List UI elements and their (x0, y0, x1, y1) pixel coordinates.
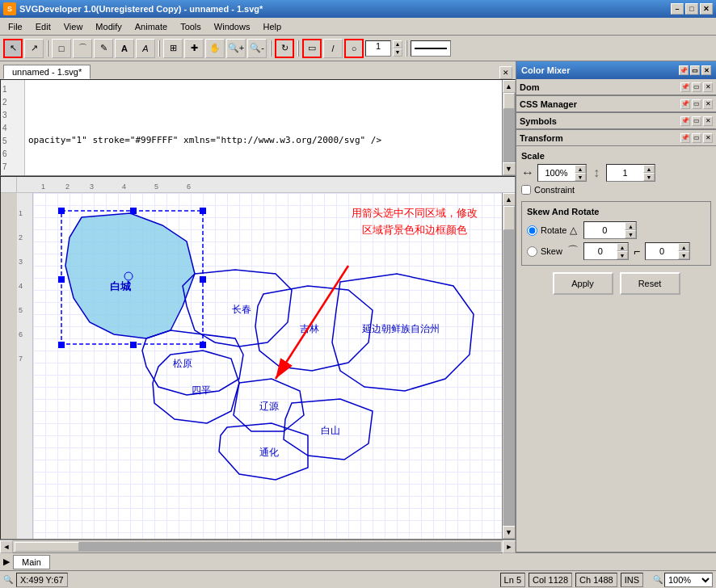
menu-modify[interactable]: Modify (89, 20, 128, 33)
ellipse-button[interactable]: ○ (344, 39, 364, 58)
dom-float-button[interactable]: ▭ (692, 82, 701, 92)
canvas-vscroll[interactable]: ▲ ▼ (502, 193, 515, 539)
rotate-up[interactable]: ▲ (625, 222, 636, 230)
menu-tools[interactable]: Tools (174, 20, 208, 33)
hscroll-left[interactable]: ◄ (0, 540, 13, 553)
col-segment: Col 1128 (529, 573, 572, 587)
menu-animate[interactable]: Animate (128, 20, 174, 33)
symbols-pin-button[interactable]: 📌 (680, 116, 690, 126)
document-tab[interactable]: unnamed - 1.svg* (3, 65, 91, 79)
css-float-button[interactable]: ▭ (692, 99, 701, 109)
zoom-out-button[interactable]: 🔍- (247, 39, 267, 58)
skew-x-input[interactable] (584, 243, 617, 259)
maximize-button[interactable]: □ (685, 3, 698, 15)
skew-row: Skew ⌒ ▲ ▼ ⌐ ▲ (527, 242, 705, 260)
rotate-radio[interactable] (527, 225, 537, 236)
reset-button[interactable]: Reset (620, 272, 680, 295)
rotate-button[interactable]: ↻ (275, 39, 294, 58)
rectangle-tool-button[interactable]: □ (52, 39, 71, 58)
canvas-scroll-down[interactable]: ▼ (503, 526, 516, 539)
toolbar-sep-5 (406, 40, 407, 57)
main-tab[interactable]: Main (13, 555, 50, 569)
skew-x-up[interactable]: ▲ (617, 243, 628, 251)
zoom-number-input[interactable]: 1 (365, 40, 391, 57)
css-close-button[interactable]: ✕ (703, 99, 713, 109)
rotate-down[interactable]: ▼ (625, 230, 636, 238)
panel-float-button[interactable]: ▭ (690, 65, 700, 75)
text-italic-button[interactable]: A (136, 39, 155, 58)
skew-y-spinbox: ▲ ▼ (645, 242, 690, 260)
symbols-float-button[interactable]: ▭ (692, 116, 701, 126)
select-tool-button[interactable]: ↖ (3, 39, 23, 58)
skew-icon2: ⌐ (634, 245, 640, 258)
menu-view[interactable]: View (57, 20, 90, 33)
constraint-label: Constraint (534, 185, 575, 195)
rotate-row: Rotate △ ▲ ▼ (527, 221, 705, 239)
apply-button[interactable]: Apply (553, 272, 613, 295)
editor-scroll-down[interactable]: ▼ (503, 162, 516, 175)
text-tool-button[interactable]: A (115, 39, 134, 58)
scale-x-up[interactable]: ▲ (575, 165, 586, 173)
scale-y-up[interactable]: ▲ (643, 165, 655, 173)
tab-close-button[interactable]: ✕ (499, 66, 512, 79)
scale-x-down[interactable]: ▼ (575, 173, 586, 181)
pen-tool-button[interactable]: ✎ (94, 39, 113, 58)
zoom-in-button[interactable]: 🔍+ (226, 39, 246, 58)
svg-text:四平: 四平 (192, 384, 211, 396)
canvas-hscroll[interactable]: ◄ ► (0, 540, 516, 552)
panel-pin-button[interactable]: 📌 (679, 65, 689, 75)
code-content[interactable]: opacity="1" stroke="#99FFFF" xmlns="http… (25, 80, 502, 175)
skew-rotate-box: Skew And Rotate Rotate △ ▲ ▼ (521, 201, 711, 266)
status-bar: 🔍 X:499 Y:67 Ln 5 Col 1128 Ch 1488 INS 🔍… (0, 570, 716, 588)
editor-scroll-up[interactable]: ▲ (503, 80, 516, 93)
skew-radio[interactable] (527, 246, 537, 257)
scale-h-icon: ↔ (521, 166, 534, 180)
rect2-button[interactable]: ▭ (302, 39, 322, 58)
css-pin-button[interactable]: 📌 (680, 99, 690, 109)
status-icon: 🔍 (3, 575, 13, 584)
dom-pin-button[interactable]: 📌 (680, 82, 690, 92)
hand-button[interactable]: ✋ (205, 39, 225, 58)
menu-windows[interactable]: Windows (208, 20, 257, 33)
coords-text: X:499 Y:67 (20, 575, 64, 585)
dom-close-button[interactable]: ✕ (703, 82, 713, 92)
rotate-input[interactable] (584, 222, 625, 238)
menu-file[interactable]: File (2, 20, 29, 33)
toolbar-sep-4 (297, 40, 299, 57)
scale-y-down[interactable]: ▼ (643, 173, 655, 181)
line-style-selector[interactable] (411, 40, 451, 57)
zoom-down-button[interactable]: ▼ (393, 48, 402, 57)
skew-y-input[interactable] (646, 243, 678, 259)
skew-y-down[interactable]: ▼ (678, 251, 689, 259)
hscroll-right[interactable]: ► (503, 540, 516, 553)
code-editor[interactable]: 1 2 3 4 5 6 7 opacity="1" stroke="#99FFF… (0, 79, 516, 176)
minimize-button[interactable]: – (671, 3, 684, 15)
zoom-select[interactable]: 100% 25% 50% 75% 150% 200% (664, 573, 713, 587)
toolbar-sep-1 (47, 40, 48, 57)
menu-edit[interactable]: Edit (29, 20, 57, 33)
skew-x-down[interactable]: ▼ (617, 251, 628, 259)
transform-float-button[interactable]: ▭ (692, 133, 701, 143)
bezier-tool-button[interactable]: ⌒ (73, 39, 92, 58)
canvas-scroll-area[interactable]: 白城 松原 长春 四平 吉林 延边朝鲜族自治州 辽源 白山 通化 (33, 193, 502, 539)
pick-button[interactable]: ✚ (184, 39, 204, 58)
constraint-checkbox[interactable] (521, 185, 531, 195)
scale-x-input[interactable] (538, 165, 575, 181)
select2-button[interactable]: ⊞ (163, 39, 183, 58)
line-button[interactable]: / (323, 39, 343, 58)
scale-y-input[interactable] (607, 165, 643, 181)
skew-y-up[interactable]: ▲ (678, 243, 689, 251)
transform-pin-button[interactable]: 📌 (680, 133, 690, 143)
menu-help[interactable]: Help (256, 20, 288, 33)
close-button[interactable]: ✕ (700, 3, 713, 15)
node-tool-button[interactable]: ↗ (24, 39, 44, 58)
ruler-horizontal: 1 2 3 4 5 6 (17, 177, 515, 193)
zoom-up-button[interactable]: ▲ (393, 40, 402, 48)
line-numbers: 1 2 3 4 5 6 7 (1, 80, 25, 175)
canvas-scroll-up[interactable]: ▲ (503, 193, 516, 206)
editor-vscroll[interactable]: ▲ ▼ (502, 80, 515, 175)
annotation-arrow (251, 217, 397, 395)
symbols-close-button[interactable]: ✕ (703, 116, 713, 126)
transform-close-button[interactable]: ✕ (703, 133, 713, 143)
panel-close-button[interactable]: ✕ (701, 65, 711, 75)
